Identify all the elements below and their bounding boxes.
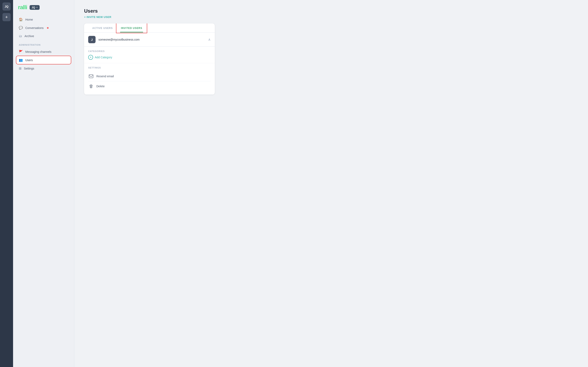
nav-archive-label: Archive (25, 34, 34, 38)
settings-section: SETTINGS Resend email (84, 63, 215, 95)
users-card: ACTIVE USERS INVITED USERS J someone@myc… (84, 24, 215, 95)
add-category-button[interactable]: + Add Category (88, 55, 211, 60)
sidebar-logo: ralli JQ ▾ (16, 4, 71, 11)
archive-icon: 🗂 (19, 34, 22, 38)
resend-email-button[interactable]: Resend email (88, 71, 211, 81)
messaging-channels-icon: 🚩 (19, 50, 23, 54)
workspace-chevron-icon: ▾ (36, 6, 38, 9)
nav-messaging-channels[interactable]: 🚩 Messaging channels (16, 48, 71, 56)
nav-messaging-label: Messaging channels (25, 50, 52, 53)
user-row-chevron-icon: ∧ (208, 37, 211, 42)
nav-home[interactable]: 🏠 Home (16, 16, 71, 24)
settings-label: SETTINGS (88, 67, 211, 69)
nav-users-label: Users (25, 58, 33, 62)
app-add-button[interactable]: + (2, 13, 11, 21)
app-user-avatar[interactable]: JQ (2, 2, 11, 11)
tab-invited-users[interactable]: INVITED USERS (117, 24, 146, 33)
app-strip: JQ + (0, 0, 13, 367)
nav-archive[interactable]: 🗂 Archive (16, 32, 71, 40)
tab-active-users[interactable]: ACTIVE USERS (88, 24, 117, 33)
conversations-badge (47, 27, 49, 29)
user-avatar: J (88, 36, 95, 43)
resend-email-icon (88, 73, 94, 79)
resend-email-label: Resend email (96, 75, 114, 78)
invited-user-row[interactable]: J someone@mycoolbusiness.com ∧ (84, 33, 215, 47)
nav-settings[interactable]: ⊞ Settings (16, 64, 71, 72)
settings-icon: ⊞ (19, 67, 21, 70)
user-email: someone@mycoolbusiness.com (98, 38, 208, 41)
workspace-selector[interactable]: JQ ▾ (30, 5, 40, 10)
categories-section: CATEGORIES + Add Category (84, 47, 215, 63)
conversations-icon: 💬 (19, 26, 23, 30)
main-content: Users + INVITE NEW USER ACTIVE USERS INV… (74, 0, 588, 367)
add-category-label: Add Category (95, 56, 112, 59)
users-tabs: ACTIVE USERS INVITED USERS (84, 24, 215, 33)
nav-conversations[interactable]: 💬 Conversations (16, 24, 71, 32)
add-category-icon: + (88, 55, 93, 60)
categories-label: CATEGORIES (88, 50, 211, 52)
trash-icon (88, 83, 94, 89)
users-icon: 👥 (19, 58, 23, 62)
nav-settings-label: Settings (24, 67, 34, 70)
invite-new-user-link[interactable]: + INVITE NEW USER (84, 16, 111, 18)
nav-users[interactable]: 👥 Users (16, 56, 71, 64)
sidebar: ralli JQ ▾ 🏠 Home 💬 Conversations 🗂 Arch… (13, 0, 74, 367)
svg-rect-0 (89, 75, 93, 78)
delete-label: Delete (96, 85, 104, 88)
admin-section-label: ADMINISTRATION (16, 40, 71, 48)
delete-button[interactable]: Delete (88, 81, 211, 91)
page-title: Users (84, 8, 578, 14)
nav-home-label: Home (25, 18, 33, 21)
nav-conversations-label: Conversations (25, 26, 44, 30)
home-icon: 🏠 (19, 17, 23, 21)
